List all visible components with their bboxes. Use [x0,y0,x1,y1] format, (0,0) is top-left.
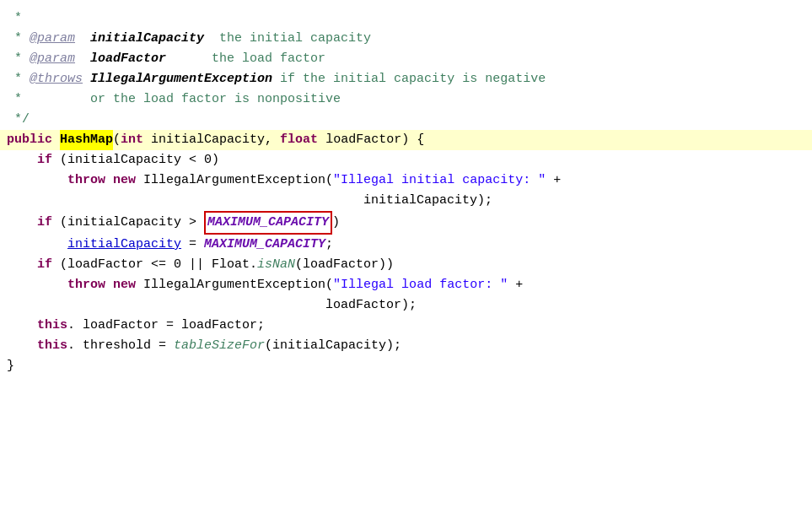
code-line: if (loadFactor <= 0 || Float.isNaN(loadF… [0,255,812,275]
code-line: loadFactor); [0,295,812,316]
code-text: + [508,275,523,295]
javadoc-tag: @param [30,29,75,49]
code-text: (initialCapacity < 0) [52,150,219,170]
code-line: this. threshold = tableSizeFor(initialCa… [0,336,812,356]
code-line: * @throws IllegalArgumentException if th… [0,69,812,89]
keyword-this: this [37,336,67,356]
boxed-constant: MAXIMUM_CAPACITY [204,211,332,235]
code-line: */ [0,110,812,130]
code-text [7,213,37,233]
code-line: initialCapacity); [0,191,812,211]
code-text: * [7,8,22,29]
code-text: ( [113,130,121,150]
code-text: initialCapacity, [143,130,280,150]
code-text: } [7,356,14,376]
param-name: loadFactor [90,49,166,69]
code-line: * @param loadFactor the load factor [0,49,812,69]
keyword-this: this [37,316,67,336]
string-literal: "Illegal initial capacity: " [333,170,546,191]
code-line: throw new IllegalArgumentException("Ille… [0,275,812,295]
code-line: if (initialCapacity < 0) [0,150,812,170]
exception-name: IllegalArgumentException [90,69,272,89]
keyword-new: new [113,275,136,295]
code-text: IllegalArgumentException( [136,170,333,191]
code-text: * [7,69,30,89]
code-line: initialCapacity = MAXIMUM_CAPACITY; [0,235,812,255]
code-text: IllegalArgumentException( [136,275,333,295]
code-text [105,275,113,295]
keyword-if: if [37,150,52,170]
code-text: + [546,170,561,191]
code-text: the initial capacity [204,29,371,49]
code-text [7,255,37,275]
method-italic-2: tableSizeFor [174,336,265,356]
code-text: loadFactor); [7,295,417,316]
code-text: * or the load factor is nonpositive [7,89,341,110]
code-line: if (initialCapacity > MAXIMUM_CAPACITY) [0,211,812,235]
keyword-throw: throw [67,275,105,295]
code-line-highlighted: public HashMap(int initialCapacity, floa… [0,130,812,150]
code-viewer: * * @param initialCapacity the initial c… [0,8,812,376]
javadoc-tag: @throws [30,69,83,89]
code-text: (loadFactor <= 0 || Float. [52,255,257,275]
keyword-public: public [7,130,52,150]
code-text: the load factor [166,49,325,69]
underline-var: initialCapacity [67,235,181,255]
code-line: this. loadFactor = loadFactor; [0,316,812,336]
method-name-highlight: HashMap [60,130,113,150]
code-text: loadFactor) { [318,130,424,150]
code-text: initialCapacity); [7,191,492,211]
code-text: ) [332,213,340,233]
string-literal: "Illegal load factor: " [333,275,508,295]
code-line: throw new IllegalArgumentException("Ille… [0,170,812,191]
code-line: * @param initialCapacity the initial cap… [0,29,812,49]
code-text [83,69,90,89]
code-text: (initialCapacity > [52,213,204,233]
keyword-int: int [121,130,143,150]
code-text [7,336,37,356]
code-text: * [7,49,30,69]
code-text [7,316,37,336]
code-text: * [7,29,30,49]
keyword-if: if [37,213,52,233]
code-text: if the initial capacity is negative [272,69,546,89]
code-text: */ [7,110,30,130]
code-line: * or the load factor is nonpositive [0,89,812,110]
keyword-float: float [280,130,318,150]
constant-italic: MAXIMUM_CAPACITY [204,235,325,255]
javadoc-tag: @param [30,49,75,69]
code-text [52,130,60,150]
code-text: ; [325,235,333,255]
code-text [7,170,67,191]
code-text [75,49,90,69]
code-text: = [181,235,204,255]
keyword-if: if [37,255,52,275]
code-text [7,235,67,255]
code-text: (loadFactor)) [295,255,394,275]
code-text [105,170,113,191]
code-text [75,29,90,49]
code-line: * [0,8,812,29]
param-name: initialCapacity [90,29,204,49]
code-text [7,275,67,295]
code-text: . loadFactor = loadFactor; [67,316,265,336]
code-text: (initialCapacity); [265,336,401,356]
code-text: . threshold = [67,336,174,356]
keyword-new: new [113,170,136,191]
code-line: } [0,356,812,376]
keyword-throw: throw [67,170,105,191]
code-text [7,150,37,170]
method-italic: isNaN [257,255,295,275]
